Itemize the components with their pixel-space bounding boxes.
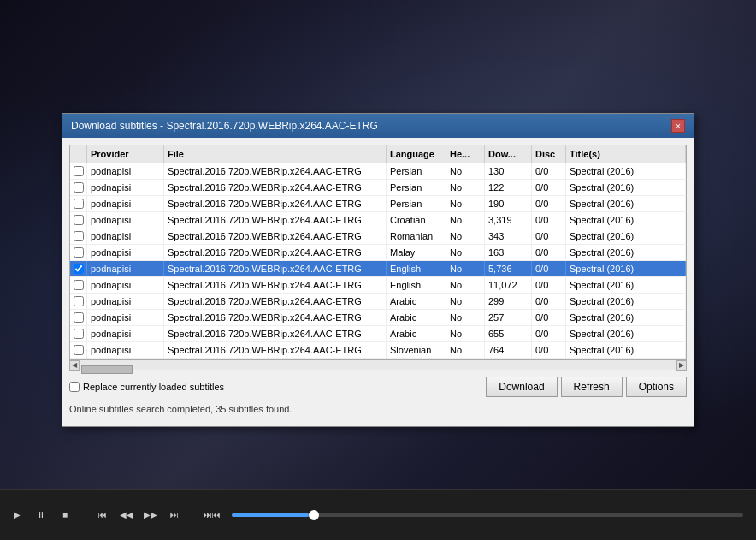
row-check-0[interactable] <box>70 163 87 179</box>
col-title[interactable]: Title(s) <box>566 145 686 163</box>
row-check-6[interactable] <box>70 261 87 276</box>
row-check-8[interactable] <box>70 294 87 309</box>
row-check-4[interactable] <box>70 228 87 244</box>
table-row[interactable]: podnapisi Spectral.2016.720p.WEBRip.x264… <box>70 163 686 180</box>
replace-checkbox[interactable] <box>69 382 80 392</box>
row-hearing-11: No <box>446 342 485 358</box>
row-checkbox-4[interactable] <box>74 231 84 241</box>
row-checkbox-2[interactable] <box>74 199 84 209</box>
row-provider-11: podnapisi <box>87 342 164 358</box>
scroll-h-thumb[interactable] <box>81 365 133 374</box>
row-title-8: Spectral (2016) <box>566 294 686 309</box>
row-language-6: English <box>387 261 446 276</box>
row-file-1: Spectral.2016.720p.WEBRip.x264.AAC-ETRG <box>164 180 387 195</box>
row-file-5: Spectral.2016.720p.WEBRip.x264.AAC-ETRG <box>164 245 387 260</box>
download-button[interactable]: Download <box>486 377 557 397</box>
col-hearing[interactable]: He... <box>446 145 485 163</box>
row-hearing-6: No <box>446 261 485 276</box>
row-provider-7: podnapisi <box>87 277 164 293</box>
row-file-2: Spectral.2016.720p.WEBRip.x264.AAC-ETRG <box>164 196 387 211</box>
row-language-1: Persian <box>387 180 446 195</box>
row-file-7: Spectral.2016.720p.WEBRip.x264.AAC-ETRG <box>164 277 387 293</box>
table-row[interactable]: podnapisi Spectral.2016.720p.WEBRip.x264… <box>70 310 686 326</box>
row-check-5[interactable] <box>70 245 87 260</box>
row-hearing-0: No <box>446 163 485 179</box>
col-disc[interactable]: Disc <box>532 145 566 163</box>
row-check-7[interactable] <box>70 277 87 293</box>
dialog-close-button[interactable]: × <box>671 119 685 133</box>
table-row[interactable]: podnapisi Spectral.2016.720p.WEBRip.x264… <box>70 342 686 359</box>
table-row[interactable]: podnapisi Spectral.2016.720p.WEBRip.x264… <box>70 228 686 245</box>
replace-text: Replace currently loaded subtitles <box>83 382 224 392</box>
row-file-10: Spectral.2016.720p.WEBRip.x264.AAC-ETRG <box>164 326 387 341</box>
row-checkbox-7[interactable] <box>74 280 84 290</box>
scroll-left-arrow[interactable]: ◀ <box>69 360 80 371</box>
col-language[interactable]: Language <box>387 145 446 163</box>
row-checkbox-9[interactable] <box>74 312 84 323</box>
horizontal-scrollbar[interactable]: ◀ ▶ <box>69 359 687 370</box>
table-row[interactable]: podnapisi Spectral.2016.720p.WEBRip.x264… <box>70 261 686 277</box>
row-checkbox-5[interactable] <box>74 247 84 258</box>
table-row[interactable]: podnapisi Spectral.2016.720p.WEBRip.x264… <box>70 326 686 342</box>
row-title-6: Spectral (2016) <box>566 261 686 276</box>
dialog-titlebar: Download subtitles - Spectral.2016.720p.… <box>62 114 694 138</box>
row-file-0: Spectral.2016.720p.WEBRip.x264.AAC-ETRG <box>164 163 387 179</box>
row-checkbox-3[interactable] <box>74 215 84 225</box>
row-downloads-7: 11,072 <box>485 277 532 293</box>
row-checkbox-10[interactable] <box>74 329 84 339</box>
table-row[interactable]: podnapisi Spectral.2016.720p.WEBRip.x264… <box>70 212 686 228</box>
table-body[interactable]: podnapisi Spectral.2016.720p.WEBRip.x264… <box>70 163 686 359</box>
row-check-9[interactable] <box>70 310 87 325</box>
row-hearing-7: No <box>446 277 485 293</box>
row-check-1[interactable] <box>70 180 87 195</box>
row-title-0: Spectral (2016) <box>566 163 686 179</box>
row-provider-4: podnapisi <box>87 228 164 244</box>
row-disc-0: 0/0 <box>532 163 566 179</box>
options-button[interactable]: Options <box>626 377 687 397</box>
subtitles-table: Provider File Language He... Dow... Disc… <box>69 145 687 359</box>
row-disc-11: 0/0 <box>532 342 566 358</box>
row-downloads-11: 764 <box>485 342 532 358</box>
row-check-11[interactable] <box>70 342 87 358</box>
row-check-3[interactable] <box>70 212 87 228</box>
refresh-button[interactable]: Refresh <box>561 377 623 397</box>
row-check-2[interactable] <box>70 196 87 211</box>
row-checkbox-1[interactable] <box>74 182 84 193</box>
scroll-right-arrow[interactable]: ▶ <box>676 360 687 371</box>
row-title-2: Spectral (2016) <box>566 196 686 211</box>
row-language-10: Arabic <box>387 326 446 341</box>
controls-row: Replace currently loaded subtitles Downl… <box>69 377 687 397</box>
row-provider-2: podnapisi <box>87 196 164 211</box>
row-file-3: Spectral.2016.720p.WEBRip.x264.AAC-ETRG <box>164 212 387 228</box>
row-language-3: Croatian <box>387 212 446 228</box>
row-file-4: Spectral.2016.720p.WEBRip.x264.AAC-ETRG <box>164 228 387 244</box>
col-provider[interactable]: Provider <box>87 145 164 163</box>
table-row[interactable]: podnapisi Spectral.2016.720p.WEBRip.x264… <box>70 277 686 294</box>
row-checkbox-11[interactable] <box>74 345 84 355</box>
table-header: Provider File Language He... Dow... Disc… <box>70 145 686 163</box>
row-downloads-10: 655 <box>485 326 532 341</box>
replace-label[interactable]: Replace currently loaded subtitles <box>69 382 224 392</box>
row-hearing-9: No <box>446 310 485 325</box>
row-language-2: Persian <box>387 196 446 211</box>
row-hearing-5: No <box>446 245 485 260</box>
row-hearing-1: No <box>446 180 485 195</box>
col-file[interactable]: File <box>164 145 387 163</box>
table-row[interactable]: podnapisi Spectral.2016.720p.WEBRip.x264… <box>70 180 686 196</box>
row-check-10[interactable] <box>70 326 87 341</box>
row-checkbox-0[interactable] <box>74 166 84 176</box>
row-title-11: Spectral (2016) <box>566 342 686 358</box>
col-downloads[interactable]: Dow... <box>485 145 532 163</box>
row-disc-9: 0/0 <box>532 310 566 325</box>
table-row[interactable]: podnapisi Spectral.2016.720p.WEBRip.x264… <box>70 196 686 212</box>
row-disc-1: 0/0 <box>532 180 566 195</box>
row-checkbox-8[interactable] <box>74 296 84 306</box>
action-buttons: Download Refresh Options <box>486 377 687 397</box>
row-disc-2: 0/0 <box>532 196 566 211</box>
table-row[interactable]: podnapisi Spectral.2016.720p.WEBRip.x264… <box>70 294 686 310</box>
dialog-title: Download subtitles - Spectral.2016.720p.… <box>71 120 378 132</box>
row-title-7: Spectral (2016) <box>566 277 686 293</box>
row-checkbox-6[interactable] <box>74 264 84 274</box>
table-row[interactable]: podnapisi Spectral.2016.720p.WEBRip.x264… <box>70 245 686 261</box>
row-provider-8: podnapisi <box>87 294 164 309</box>
